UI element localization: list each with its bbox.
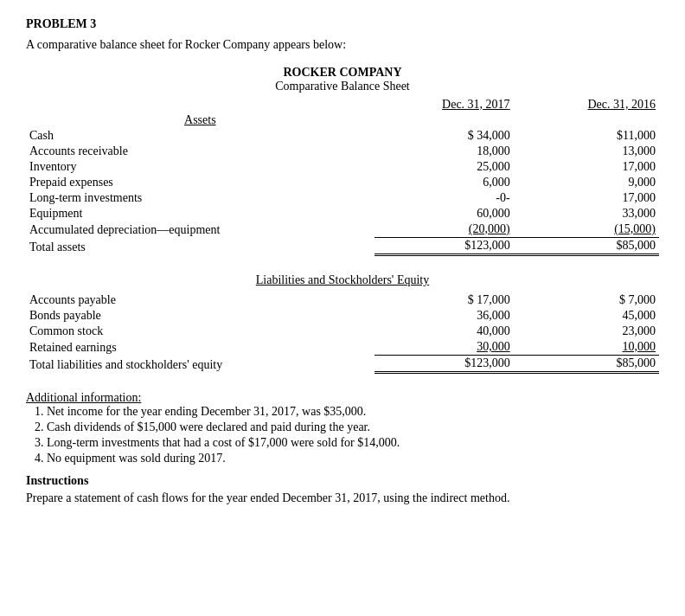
liability-val-2017: 40,000 [375, 324, 514, 339]
asset-label: Cash [26, 128, 375, 144]
asset-label: Long-term investments [26, 190, 375, 206]
liability-val-2016: 23,000 [514, 324, 659, 339]
asset-label: Equipment [26, 206, 375, 221]
label-spacer [26, 97, 375, 112]
liability-val-2016: 45,000 [514, 308, 659, 324]
liability-label: Common stock [26, 324, 375, 339]
additional-info-title: Additional information: [26, 391, 659, 405]
asset-label: Inventory [26, 159, 375, 175]
asset-val-2016: 17,000 [514, 159, 659, 175]
total-liabilities-2017: $123,000 [375, 356, 514, 373]
asset-val-2016: $11,000 [514, 128, 659, 144]
asset-val-2017: 25,000 [375, 159, 514, 175]
col1-header: Dec. 31, 2017 [375, 97, 514, 112]
additional-item: 3. Long-term investments that had a cost… [35, 436, 659, 450]
sheet-title: Comparative Balance Sheet [26, 80, 659, 93]
liability-val-2017: 30,000 [375, 339, 514, 356]
liability-val-2017: 36,000 [375, 308, 514, 324]
total-liabilities-2016: $85,000 [514, 356, 659, 373]
asset-val-2017: (20,000) [375, 221, 514, 238]
asset-val-2016: 33,000 [514, 206, 659, 221]
additional-item: 4. No equipment was sold during 2017. [35, 452, 659, 465]
liability-val-2017: $ 17,000 [375, 292, 514, 308]
asset-label: Prepaid expenses [26, 175, 375, 190]
liability-val-2016: $ 7,000 [514, 292, 659, 308]
asset-val-2016: 17,000 [514, 190, 659, 206]
total-assets-label: Total assets [26, 238, 375, 255]
total-assets-2016: $85,000 [514, 238, 659, 255]
instructions-text: Prepare a statement of cash flows for th… [26, 491, 659, 505]
problem-title: PROBLEM 3 [26, 17, 659, 31]
asset-val-2017: 18,000 [375, 144, 514, 159]
col2-header: Dec. 31, 2016 [514, 97, 659, 112]
liability-label: Accounts payable [26, 292, 375, 308]
intro-text: A comparative balance sheet for Rocker C… [26, 38, 659, 52]
additional-info-section: Additional information: 1. Net income fo… [26, 391, 659, 465]
liability-label: Retained earnings [26, 339, 375, 356]
asset-label: Accounts receivable [26, 144, 375, 159]
asset-val-2017: 60,000 [375, 206, 514, 221]
company-name: ROCKER COMPANY [26, 66, 659, 80]
additional-item: 2. Cash dividends of $15,000 were declar… [35, 420, 659, 434]
additional-item: 1. Net income for the year ending Decemb… [35, 405, 659, 419]
total-liabilities-label: Total liabilities and stockholders' equi… [26, 356, 375, 373]
balance-sheet-table: Dec. 31, 2017 Dec. 31, 2016 Assets Cash … [26, 97, 659, 256]
asset-val-2016: 9,000 [514, 175, 659, 190]
asset-val-2017: $ 34,000 [375, 128, 514, 144]
asset-val-2017: 6,000 [375, 175, 514, 190]
asset-val-2016: 13,000 [514, 144, 659, 159]
instructions-title: Instructions [26, 474, 659, 488]
liability-val-2016: 10,000 [514, 339, 659, 356]
liability-label: Bonds payable [26, 308, 375, 324]
liabilities-table: Accounts payable $ 17,000 $ 7,000 Bonds … [26, 292, 659, 374]
asset-label: Accumulated depreciation—equipment [26, 221, 375, 238]
asset-val-2016: (15,000) [514, 221, 659, 238]
total-assets-2017: $123,000 [375, 238, 514, 255]
liabilities-header: Liabilities and Stockholders' Equity [26, 273, 659, 287]
asset-val-2017: -0- [375, 190, 514, 206]
assets-header: Assets [26, 112, 375, 128]
